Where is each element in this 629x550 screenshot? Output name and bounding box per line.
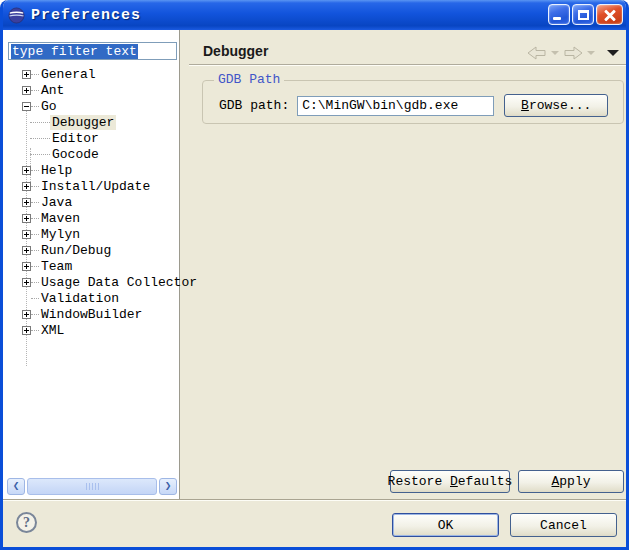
expand-plus-icon[interactable]: [22, 198, 31, 207]
expand-plus-icon[interactable]: [22, 326, 31, 335]
back-history-dropdown-icon[interactable]: [551, 51, 559, 55]
preference-page: Debugger GDB Path GDB path: Browse... Re…: [184, 30, 629, 499]
tree-item-go[interactable]: Go: [3, 98, 178, 114]
tree-item-gocode[interactable]: Gocode: [3, 146, 178, 162]
eclipse-logo-icon: [8, 7, 25, 24]
scroll-left-icon[interactable]: ❮: [7, 478, 25, 495]
tree-item-team[interactable]: Team: [3, 258, 178, 274]
back-icon[interactable]: [527, 46, 547, 60]
expand-plus-icon[interactable]: [22, 246, 31, 255]
ok-button[interactable]: OK: [392, 513, 499, 537]
scrollbar-thumb[interactable]: [27, 478, 157, 495]
tree-item-debugger[interactable]: Debugger: [3, 114, 178, 130]
page-title: Debugger: [203, 43, 268, 59]
tree-item-validation[interactable]: Validation: [3, 290, 178, 306]
gdb-path-group: GDB Path GDB path: Browse...: [202, 80, 624, 124]
tree-item-help[interactable]: Help: [3, 162, 178, 178]
dialog-button-bar: ? OK Cancel: [3, 501, 626, 547]
maximize-icon: [578, 10, 589, 20]
preferences-tree: General Ant Go Debugger Editor Gocode He…: [3, 66, 178, 338]
tree-item-mylyn[interactable]: Mylyn: [3, 226, 178, 242]
scrollbar-grip-icon: [86, 483, 99, 490]
tree-item-editor[interactable]: Editor: [3, 130, 178, 146]
tree-item-maven[interactable]: Maven: [3, 210, 178, 226]
cancel-button[interactable]: Cancel: [510, 513, 617, 537]
expand-plus-icon[interactable]: [22, 86, 31, 95]
expand-plus-icon[interactable]: [22, 166, 31, 175]
expand-plus-icon[interactable]: [22, 310, 31, 319]
titlebar[interactable]: Preferences: [0, 0, 629, 30]
scroll-right-icon[interactable]: ❯: [159, 478, 177, 495]
filter-text-selected: type filter text: [11, 44, 138, 59]
tree-horizontal-scrollbar[interactable]: ❮ ❯: [7, 478, 177, 495]
apply-button[interactable]: Apply: [518, 470, 624, 493]
gdb-path-input[interactable]: [297, 96, 494, 116]
tree-item-xml[interactable]: XML: [3, 322, 178, 338]
expand-plus-icon[interactable]: [22, 278, 31, 287]
preferences-tree-panel: type filter text General Ant Go Debugger…: [3, 30, 180, 499]
maximize-button[interactable]: [572, 4, 594, 25]
expand-plus-icon[interactable]: [22, 182, 31, 191]
help-button[interactable]: ?: [16, 512, 37, 533]
expand-plus-icon[interactable]: [22, 70, 31, 79]
expand-plus-icon[interactable]: [22, 230, 31, 239]
preferences-dialog: Preferences type filter text General Ant…: [0, 0, 629, 550]
collapse-minus-icon[interactable]: [22, 102, 31, 111]
expand-plus-icon[interactable]: [22, 214, 31, 223]
view-menu-icon[interactable]: [607, 50, 619, 56]
tree-item-run-debug[interactable]: Run/Debug: [3, 242, 178, 258]
header-separator: [189, 64, 629, 66]
close-button[interactable]: [596, 4, 623, 25]
tree-item-java[interactable]: Java: [3, 194, 178, 210]
minimize-button[interactable]: [548, 4, 570, 25]
minimize-icon: [553, 17, 561, 20]
tree-item-windowbuilder[interactable]: WindowBuilder: [3, 306, 178, 322]
question-mark-icon: ?: [23, 515, 30, 531]
filter-input[interactable]: type filter text: [8, 42, 177, 60]
tree-item-install-update[interactable]: Install/Update: [3, 178, 178, 194]
gdb-path-label: GDB path:: [219, 98, 289, 113]
forward-icon[interactable]: [563, 46, 583, 60]
browse-button[interactable]: Browse...: [504, 94, 608, 117]
tree-item-ant[interactable]: Ant: [3, 82, 178, 98]
expand-plus-icon[interactable]: [22, 262, 31, 271]
tree-item-general[interactable]: General: [3, 66, 178, 82]
tree-item-usage-data-collector[interactable]: Usage Data Collector: [3, 274, 178, 290]
group-title: GDB Path: [214, 72, 284, 87]
restore-defaults-button[interactable]: Restore Defaults: [390, 470, 510, 493]
forward-history-dropdown-icon[interactable]: [587, 51, 595, 55]
window-title: Preferences: [31, 7, 141, 24]
